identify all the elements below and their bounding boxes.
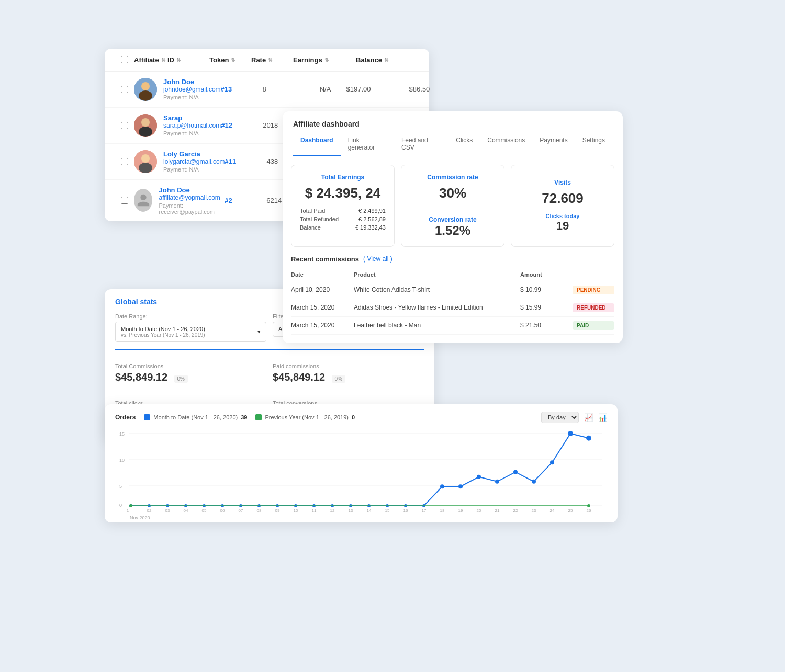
row-checkbox[interactable] <box>121 86 128 93</box>
svg-point-7 <box>141 154 150 163</box>
row-checkbox-cell[interactable] <box>115 197 134 204</box>
balance-label: Balance <box>300 224 321 231</box>
legend-item-2: Previous Year (Nov 1 - 26, 2019) 0 <box>255 414 355 420</box>
svg-text:20: 20 <box>477 508 481 512</box>
paid-commissions-label: Paid commissions <box>273 363 424 369</box>
date-range-select[interactable]: Month to Date (Nov 1 - 26, 2020) vs. Pre… <box>115 322 266 342</box>
affiliate-email[interactable]: lolygarcia@gmail.com <box>163 158 225 165</box>
chart-dot <box>513 470 518 474</box>
svg-text:26: 26 <box>587 508 591 512</box>
tab-commissions[interactable]: Commissions <box>480 132 532 156</box>
svg-point-2 <box>139 90 152 101</box>
chart-dot <box>550 460 554 464</box>
commission-date: March 15, 2020 <box>291 304 354 311</box>
svg-text:04: 04 <box>184 508 188 512</box>
chart-dot <box>477 474 481 479</box>
affiliate-email[interactable]: affiliate@yopmail.com <box>159 194 225 201</box>
line-chart-icon[interactable]: 📈 <box>584 413 593 422</box>
svg-text:22: 22 <box>513 508 518 512</box>
svg-point-5 <box>139 127 152 137</box>
affiliate-email[interactable]: sara.p@hotmail.com <box>163 122 221 129</box>
row-checkbox-cell[interactable] <box>115 122 134 129</box>
total-commissions-value: $45,849.12 <box>115 371 167 383</box>
month-label: Nov 2020 <box>115 515 607 520</box>
chart-dot <box>495 479 499 483</box>
commission-product: Leather bell black - Man <box>354 322 520 329</box>
total-refunded-row: Total Refunded € 2.562,89 <box>300 216 386 222</box>
affiliate-info: John Doe johndoe@gmail.com Payment: N/A <box>134 78 221 101</box>
id-col-label: ID <box>167 56 174 64</box>
conversion-rate-label: Conversion rate <box>429 216 476 223</box>
tab-link-generator[interactable]: Link generator <box>341 132 394 156</box>
commission-rate-value: 30% <box>439 185 466 201</box>
svg-text:25: 25 <box>568 508 573 512</box>
rate-sort-icon: ⇅ <box>268 57 272 63</box>
row-checkbox-cell[interactable] <box>115 158 134 165</box>
rate-col-header[interactable]: Rate ⇅ <box>251 56 293 64</box>
rc-title: Recent commissions <box>291 255 359 263</box>
svg-text:18: 18 <box>440 508 445 512</box>
affiliate-sort-icon: ⇅ <box>161 57 165 63</box>
affiliate-info: Loly Garcia lolygarcia@gmail.com Payment… <box>134 150 225 173</box>
affiliate-payment: Payment: N/A <box>163 94 221 100</box>
tab-feed-csv[interactable]: Feed and CSV <box>394 132 448 156</box>
chart-header: Orders Month to Date (Nov 1 - 26, 2020) … <box>115 412 607 423</box>
chart-svg: 15 10 5 0 <box>115 428 607 512</box>
affiliate-name[interactable]: Loly Garcia <box>163 150 225 158</box>
tab-settings[interactable]: Settings <box>575 132 612 156</box>
avatar <box>134 114 157 137</box>
affiliate-name[interactable]: John Doe <box>163 78 221 86</box>
rc-header: Recent commissions ( View all ) <box>291 255 614 263</box>
svg-text:1: 1 <box>127 508 129 512</box>
avatar <box>134 78 157 101</box>
visits-title: Visits <box>554 179 571 186</box>
status-badge: PAID <box>573 321 614 330</box>
svg-text:15: 15 <box>385 508 390 512</box>
tab-clicks[interactable]: Clicks <box>448 132 480 156</box>
earnings-sort-icon: ⇅ <box>324 57 329 63</box>
row-checkbox[interactable] <box>121 158 128 165</box>
commission-amount: $ 21.50 <box>520 322 573 329</box>
affiliate-name[interactable]: Sarap <box>163 114 221 122</box>
affiliate-payment: Payment: receiver@paypal.com <box>159 202 225 215</box>
tab-payments[interactable]: Payments <box>532 132 575 156</box>
id-sort-icon: ⇅ <box>176 57 181 63</box>
clicks-today-value: 19 <box>556 219 569 233</box>
svg-point-8 <box>139 163 152 173</box>
date-range-sub: vs. Previous Year (Nov 1 - 26, 2019) <box>121 332 257 338</box>
status-badge: PENDING <box>573 286 614 294</box>
dashboard-tabs: Dashboard Link generator Feed and CSV Cl… <box>283 128 623 156</box>
select-all-checkbox[interactable] <box>121 56 128 63</box>
tab-dashboard[interactable]: Dashboard <box>293 132 341 156</box>
svg-text:0: 0 <box>119 503 122 508</box>
affiliate-email[interactable]: johndoe@gmail.com <box>163 86 221 93</box>
rate-col-label: Rate <box>251 56 266 64</box>
affiliate-info: John Doe affiliate@yopmail.com Payment: … <box>134 186 225 215</box>
bar-chart-icon[interactable]: 📊 <box>598 413 607 422</box>
token-col-header[interactable]: Token ⇅ <box>209 56 251 64</box>
table-header: Affiliate ⇅ ID ⇅ Token ⇅ Rate ⇅ Earnings… <box>105 49 429 72</box>
svg-text:07: 07 <box>239 508 243 512</box>
balance-sort-icon: ⇅ <box>384 57 388 63</box>
affiliate-info: Sarap sara.p@hotmail.com Payment: N/A <box>134 114 221 137</box>
row-checkbox[interactable] <box>121 122 128 129</box>
by-day-select[interactable]: By day <box>541 412 579 423</box>
main-container: Affiliate ⇅ ID ⇅ Token ⇅ Rate ⇅ Earnings… <box>105 49 680 624</box>
chart-dot <box>440 484 444 488</box>
affiliate-name[interactable]: John Doe <box>159 186 225 194</box>
row-checkbox[interactable] <box>121 197 128 204</box>
balance-col-header[interactable]: Balance ⇅ <box>356 56 419 64</box>
row-checkbox-cell[interactable] <box>115 86 134 93</box>
header-checkbox-cell[interactable] <box>115 56 134 63</box>
id-col-header[interactable]: ID ⇅ <box>167 56 209 64</box>
affiliate-payment: Payment: N/A <box>163 166 225 173</box>
paid-commissions-pct: 0% <box>332 375 345 383</box>
avatar-placeholder <box>134 189 152 212</box>
visits-value: 72.609 <box>542 190 584 207</box>
view-all-link[interactable]: ( View all ) <box>363 255 392 263</box>
token-sort-icon: ⇅ <box>231 57 235 63</box>
affiliate-col-header[interactable]: Affiliate ⇅ <box>134 56 167 64</box>
commission-row: March 15, 2020 Leather bell black - Man … <box>291 317 614 335</box>
earnings-col-header[interactable]: Earnings ⇅ <box>293 56 356 64</box>
svg-text:5: 5 <box>119 484 122 489</box>
